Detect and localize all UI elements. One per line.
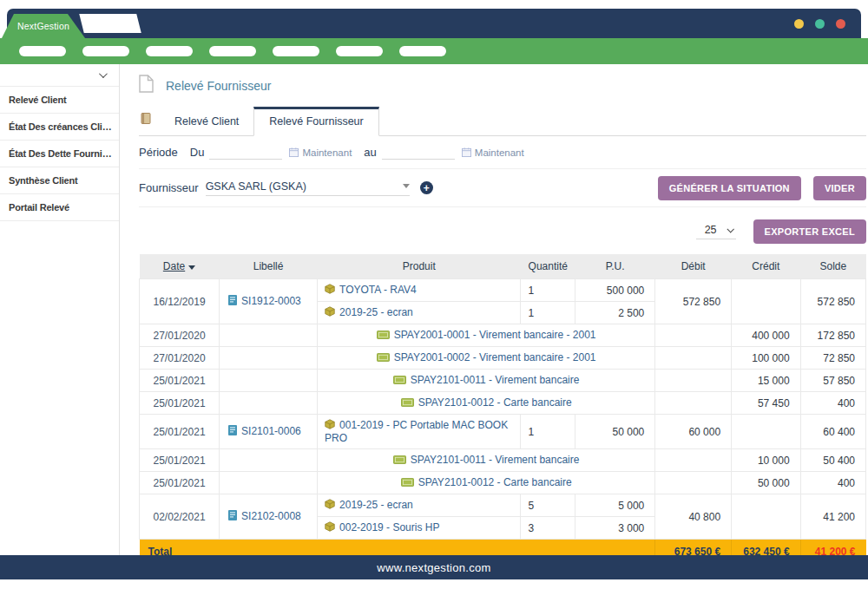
page-header: Relevé Fournisseur	[139, 64, 866, 95]
export-excel-button[interactable]: EXPORTER EXCEL	[753, 219, 866, 244]
date-from-input[interactable]	[209, 145, 282, 160]
banknote-icon	[377, 352, 390, 364]
table-row: 25/01/2021SI2101-0006001-2019 - PC Porta…	[140, 415, 866, 449]
maximize-button[interactable]	[815, 19, 825, 29]
unit-price-cell: 2 500	[575, 302, 655, 324]
table-row: 25/01/2021 SPAY2101-0012 - Carte bancair…	[140, 472, 866, 494]
nav-item-placeholder[interactable]	[399, 46, 446, 56]
product-cell: 001-2019 - PC Portable MAC BOOK PRO	[318, 415, 521, 449]
nav-item-placeholder[interactable]	[209, 46, 256, 56]
payment-cell: SPAY2101-0011 - Virement bancaire	[318, 370, 655, 392]
invoice-ref-link[interactable]: SI1912-0003	[241, 295, 301, 307]
date-cell: 27/01/2020	[140, 324, 220, 347]
header-row: DateLibelléProduitQuantitéP.U.DébitCrédi…	[140, 254, 866, 279]
sidebar-item-4[interactable]: Synthèse Client	[0, 167, 119, 194]
product-link[interactable]: 002-2019 - Souris HP	[339, 521, 439, 533]
page-document-icon	[139, 75, 154, 96]
app-window: NextGestion Relevé ClientÉtat Des créanc…	[0, 0, 868, 589]
product-link[interactable]: 2019-25 - ecran	[339, 499, 413, 511]
debit-cell	[655, 324, 732, 347]
product-cell: 2019-25 - ecran	[318, 302, 521, 324]
calendar-icon[interactable]	[289, 147, 299, 157]
invoice-ref-cell: SI2101-0006	[220, 415, 318, 449]
quantity-cell: 5	[521, 494, 575, 517]
invoice-ref-link[interactable]: SI2101-0006	[241, 425, 301, 437]
footer-url: www.nextgestion.com	[377, 561, 490, 574]
page-size-select[interactable]: 25	[696, 224, 736, 239]
nav-item-placeholder[interactable]	[146, 46, 193, 56]
minimize-button[interactable]	[794, 19, 804, 29]
chevron-down-icon	[403, 184, 410, 188]
titlebar: NextGestion	[7, 9, 861, 38]
add-supplier-button[interactable]: +	[420, 181, 433, 194]
payment-link[interactable]: SPAY2001-0001 - Virement bancaire - 2001	[394, 329, 596, 341]
credit-cell: 400 000	[732, 324, 801, 347]
payment-link[interactable]: SPAY2101-0011 - Virement bancaire	[411, 454, 580, 466]
invoice-icon	[228, 510, 237, 523]
product-cell: TOYOTA - RAV4	[318, 279, 521, 302]
quantity-cell: 3	[521, 517, 575, 540]
supplier-select[interactable]: GSKA SARL (GSKA)	[206, 180, 410, 196]
close-button[interactable]	[836, 19, 845, 29]
solde-cell: 572 850	[800, 279, 865, 324]
credit-cell: 50 000	[732, 472, 801, 494]
payment-link[interactable]: SPAY2101-0012 - Carte bancaire	[418, 396, 572, 409]
nav-item-placeholder[interactable]	[336, 46, 383, 56]
payment-cell: SPAY2001-0002 - Virement bancaire - 2001	[318, 347, 655, 370]
nav-item-placeholder[interactable]	[19, 46, 66, 56]
solde-cell: 50 400	[800, 449, 865, 472]
sidebar-collapse-toggle[interactable]	[0, 64, 119, 87]
date-cell: 25/01/2021	[140, 392, 220, 415]
libelle-cell	[220, 472, 318, 494]
date-cell: 25/01/2021	[140, 449, 220, 472]
credit-cell: 10 000	[732, 449, 801, 472]
sort-by-date[interactable]: Date	[163, 260, 185, 272]
solde-cell: 400	[800, 472, 865, 494]
date-cell: 16/12/2019	[140, 279, 220, 324]
product-link[interactable]: 001-2019 - PC Portable MAC BOOK PRO	[325, 419, 508, 444]
debit-cell: 572 850	[655, 279, 732, 324]
payment-link[interactable]: SPAY2101-0011 - Virement bancaire	[411, 374, 580, 386]
product-link[interactable]: 2019-25 - ecran	[339, 306, 413, 318]
calendar-icon[interactable]	[462, 147, 471, 157]
sidebar-item-1[interactable]: Relevé Client	[0, 87, 119, 114]
credit-cell	[732, 279, 801, 324]
clear-button[interactable]: VIDER	[813, 176, 866, 200]
nav-item-placeholder[interactable]	[273, 46, 319, 56]
table-toolbar: 25 EXPORTER EXCEL	[139, 219, 866, 244]
credit-cell: 15 000	[732, 370, 801, 392]
solde-cell: 72 850	[800, 347, 865, 370]
statement-table: DateLibelléProduitQuantitéP.U.DébitCrédi…	[139, 254, 866, 564]
brand-accent-shape	[79, 14, 141, 33]
brand-logo[interactable]: NextGestion	[2, 14, 85, 38]
date-cell: 25/01/2021	[140, 415, 220, 449]
payment-cell: SPAY2101-0011 - Virement bancaire	[318, 449, 655, 472]
sidebar-item-2[interactable]: État Des créances Client	[0, 114, 119, 141]
payment-link[interactable]: SPAY2101-0012 - Carte bancaire	[418, 476, 572, 488]
solde-cell: 41 200	[800, 494, 865, 540]
table-row: 27/01/2020 SPAY2001-0002 - Virement banc…	[140, 347, 866, 370]
date-to-input[interactable]	[382, 145, 455, 160]
journal-icon	[139, 112, 160, 135]
period-label: Période	[139, 146, 178, 159]
tab-1[interactable]: Relevé Client	[160, 108, 253, 135]
product-link[interactable]: TOYOTA - RAV4	[339, 284, 417, 296]
chevron-down-icon	[727, 226, 733, 232]
column-header-6: Débit	[655, 254, 732, 279]
payment-link[interactable]: SPAY2001-0002 - Virement bancaire - 2001	[394, 351, 596, 363]
debit-cell: 40 800	[655, 494, 732, 540]
sidebar-item-3[interactable]: État Des Dette Fournis…	[0, 141, 119, 167]
sort-desc-icon	[188, 265, 195, 270]
column-header-1[interactable]: Date	[140, 254, 220, 279]
quantity-cell: 1	[521, 415, 575, 449]
sidebar-item-5[interactable]: Portail Relevé	[0, 194, 119, 221]
nav-item-placeholder[interactable]	[82, 46, 129, 56]
libelle-cell	[220, 324, 318, 347]
debit-cell	[655, 347, 732, 370]
supplier-value: GSKA SARL (GSKA)	[206, 180, 306, 193]
column-header-8: Solde	[800, 254, 865, 279]
invoice-ref-link[interactable]: SI2102-0008	[241, 510, 301, 522]
column-header-4: Quantité	[521, 254, 575, 279]
tab-2[interactable]: Relevé Fournisseur	[253, 107, 378, 136]
generate-situation-button[interactable]: GÉNÉRER LA SITUATION	[658, 176, 801, 200]
